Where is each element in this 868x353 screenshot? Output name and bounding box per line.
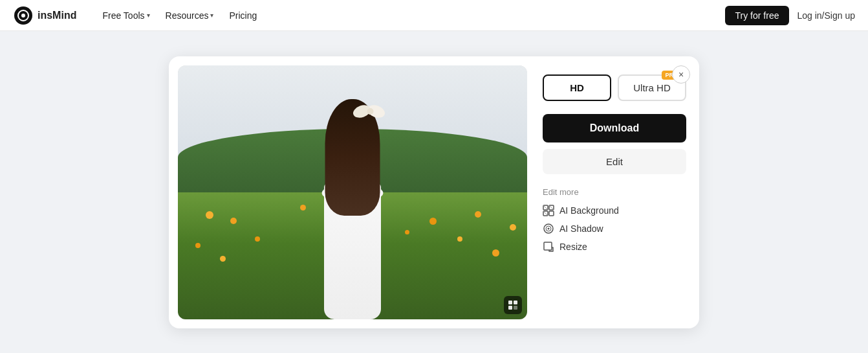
main-content: × [0, 31, 868, 353]
image-scene [178, 65, 527, 319]
resize-item[interactable]: Resize [543, 240, 686, 254]
close-icon: × [678, 69, 684, 80]
logo-text: insMind [38, 10, 76, 21]
nav-item-free-tools[interactable]: Free Tools ▾ [96, 6, 156, 25]
svg-rect-5 [508, 306, 512, 310]
resize-handle-icon [508, 300, 518, 310]
edit-button[interactable]: Edit [543, 149, 686, 174]
hd-button[interactable]: HD [543, 74, 611, 101]
logo[interactable]: insMind [13, 5, 76, 26]
bow-knot [367, 108, 374, 115]
nav-item-pricing[interactable]: Pricing [222, 6, 263, 25]
svg-line-12 [549, 205, 554, 210]
svg-point-16 [548, 227, 550, 229]
ai-background-icon [543, 205, 554, 216]
edit-more-section: Edit more [543, 187, 686, 254]
resize-label: Resize [559, 242, 587, 252]
chevron-down-icon: ▾ [210, 12, 213, 19]
image-panel [178, 65, 527, 319]
edit-more-items: AI Background AI Shadow [543, 203, 686, 254]
svg-rect-4 [514, 301, 517, 304]
close-button[interactable]: × [672, 65, 690, 84]
hair [325, 99, 380, 216]
svg-line-13 [543, 211, 548, 216]
person-figure [301, 99, 404, 319]
nav-label-resources: Resources [166, 10, 209, 21]
navbar: insMind Free Tools ▾ Resources ▾ Pricing… [0, 0, 868, 31]
chevron-down-icon: ▾ [147, 12, 150, 19]
quality-row: HD Ultra HD PRO [543, 74, 686, 101]
svg-point-2 [21, 14, 25, 17]
svg-rect-6 [514, 306, 517, 310]
nav-label-pricing: Pricing [229, 10, 257, 21]
nav-label-free-tools: Free Tools [102, 10, 144, 21]
ai-background-label: AI Background [559, 205, 619, 216]
resize-icon[interactable] [504, 296, 522, 314]
ai-shadow-item[interactable]: AI Shadow [543, 222, 686, 236]
svg-rect-17 [544, 242, 552, 250]
logo-icon [13, 5, 34, 26]
ai-shadow-label: AI Shadow [559, 223, 603, 234]
login-button[interactable]: Log in/Sign up [797, 10, 855, 21]
nav-items: Free Tools ▾ Resources ▾ Pricing [96, 6, 724, 25]
svg-rect-10 [549, 211, 554, 216]
controls-panel: HD Ultra HD PRO Download Edit Edit more [527, 56, 699, 328]
download-button[interactable]: Download [543, 114, 686, 142]
svg-line-11 [543, 205, 548, 210]
ai-background-item[interactable]: AI Background [543, 203, 686, 218]
nav-item-resources[interactable]: Resources ▾ [159, 6, 221, 25]
ultra-hd-label: Ultra HD [633, 82, 671, 93]
ai-shadow-icon [543, 223, 554, 234]
modal-card: × [169, 56, 699, 328]
svg-rect-3 [508, 301, 512, 304]
nav-right: Try for free Log in/Sign up [725, 6, 855, 25]
edit-more-label: Edit more [543, 187, 686, 197]
resize-item-icon [543, 241, 554, 253]
try-free-button[interactable]: Try for free [725, 6, 790, 25]
